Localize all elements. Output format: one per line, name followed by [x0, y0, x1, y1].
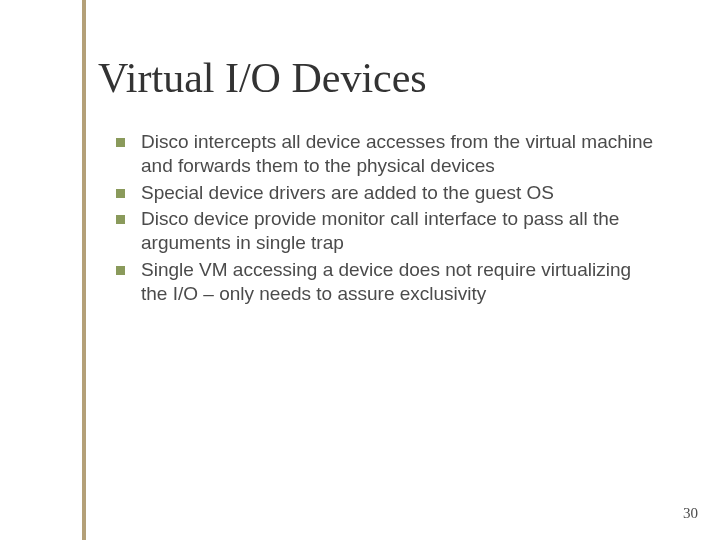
accent-bar — [82, 0, 86, 540]
bullet-text: Single VM accessing a device does not re… — [141, 258, 660, 307]
page-number: 30 — [683, 505, 698, 522]
list-item: Disco device provide monitor call interf… — [100, 207, 660, 256]
square-bullet-icon — [116, 138, 125, 147]
slide-title: Virtual I/O Devices — [98, 54, 427, 102]
square-bullet-icon — [116, 189, 125, 198]
list-item: Special device drivers are added to the … — [100, 181, 660, 205]
bullet-text: Disco intercepts all device accesses fro… — [141, 130, 660, 179]
slide-body: Disco intercepts all device accesses fro… — [100, 130, 660, 308]
square-bullet-icon — [116, 266, 125, 275]
slide: Virtual I/O Devices Disco intercepts all… — [0, 0, 720, 540]
square-bullet-icon — [116, 215, 125, 224]
bullet-text: Disco device provide monitor call interf… — [141, 207, 660, 256]
list-item: Disco intercepts all device accesses fro… — [100, 130, 660, 179]
list-item: Single VM accessing a device does not re… — [100, 258, 660, 307]
bullet-text: Special device drivers are added to the … — [141, 181, 554, 205]
